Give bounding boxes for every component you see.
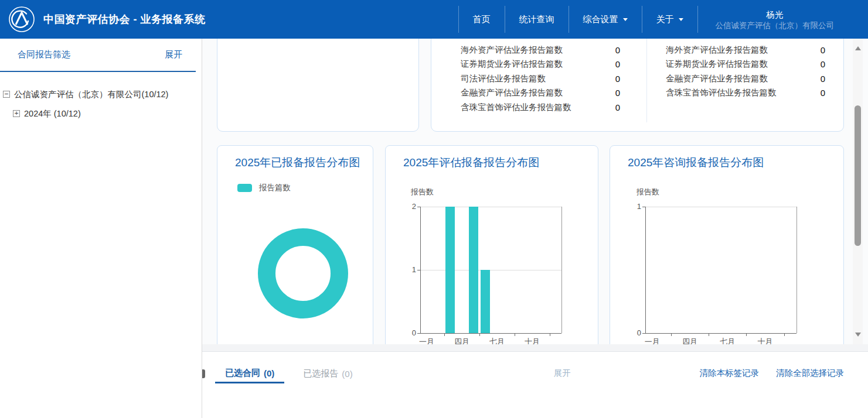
chart-card-consulting-reports: 2025年咨询报备报告分布图 报告数 01一月四月七月十月 bbox=[610, 145, 844, 344]
sidebar-filter-panel: 合同报告筛选 展开 −公信诚资产评估（北京）有限公司(10/12)+2024年 … bbox=[0, 39, 202, 418]
stats-value: 0 bbox=[615, 45, 620, 55]
sidebar-expand-link[interactable]: 展开 bbox=[165, 49, 182, 60]
x-tick-label: 一月 bbox=[413, 337, 441, 344]
nav-item-label: 统计查询 bbox=[519, 14, 554, 25]
x-tick-mark bbox=[444, 333, 445, 336]
bar-plot-appraisal: 012一月四月七月十月 bbox=[420, 207, 561, 334]
chart-title-registered: 2025年已报备报告分布图 bbox=[235, 155, 360, 170]
tab-count: (0) bbox=[342, 369, 352, 379]
plot-right-frame bbox=[796, 207, 797, 333]
stats-value: 0 bbox=[615, 74, 620, 84]
scroll-up-arrow-icon[interactable] bbox=[855, 46, 861, 50]
gridline bbox=[421, 207, 561, 207]
x-tick-mark bbox=[784, 333, 785, 336]
gridline bbox=[646, 207, 796, 207]
panel-drag-handle[interactable] bbox=[202, 369, 205, 378]
sidebar-header: 合同报告筛选 展开 bbox=[0, 39, 202, 60]
x-tick-mark bbox=[515, 333, 515, 336]
bar[interactable] bbox=[445, 207, 455, 333]
tree-collapse-icon[interactable]: − bbox=[3, 91, 10, 98]
tree-expand-icon[interactable]: + bbox=[13, 110, 20, 117]
x-tick-mark bbox=[550, 333, 550, 336]
nav-home[interactable]: 首页 bbox=[458, 6, 505, 33]
chevron-down-icon bbox=[679, 18, 683, 21]
header-nav: 首页统计查询综合设置关于 bbox=[458, 6, 697, 33]
nav-item-label: 首页 bbox=[473, 14, 491, 25]
x-tick-label: 七月 bbox=[713, 337, 741, 344]
chart-title-appraisal: 2025年评估报备报告分布图 bbox=[403, 155, 539, 170]
stats-row: 证券期货业务评估报告篇数0 bbox=[666, 57, 825, 72]
stats-label: 海外资产评估业务报告篇数 bbox=[461, 44, 563, 56]
stats-row: 海外资产评估业务报告篇数0 bbox=[666, 43, 825, 57]
stats-row: 金融资产评估业务报告篇数0 bbox=[461, 86, 620, 101]
stats-value: 0 bbox=[615, 59, 620, 69]
sidebar-title: 合同报告筛选 bbox=[18, 49, 70, 60]
clear-tab-records-link[interactable]: 清除本标签记录 bbox=[700, 368, 760, 379]
tab-count: (0) bbox=[264, 368, 274, 378]
clear-all-records-link[interactable]: 清除全部选择记录 bbox=[776, 368, 844, 379]
user-menu[interactable]: 杨光 公信诚资产评估（北京）有限公司 bbox=[697, 6, 868, 33]
panel-expand-link[interactable]: 展开 bbox=[554, 368, 571, 379]
vertical-scrollbar[interactable] bbox=[853, 39, 863, 344]
y-tick-label: 0 bbox=[627, 328, 641, 337]
x-tick-label: 四月 bbox=[676, 337, 704, 344]
stats-value: 0 bbox=[821, 45, 825, 55]
nav-item-label: 综合设置 bbox=[583, 14, 618, 25]
y-tick-label: 2 bbox=[402, 202, 416, 211]
y-tick-mark bbox=[642, 333, 646, 334]
stats-label: 司法评估业务报告篇数 bbox=[461, 73, 546, 84]
nav-about[interactable]: 关于 bbox=[642, 6, 697, 33]
y-tick-label: 0 bbox=[402, 328, 416, 337]
stats-value: 0 bbox=[821, 59, 825, 69]
tab-selected-contracts[interactable]: 已选合同(0) bbox=[215, 364, 284, 383]
tree-node-2024[interactable]: +2024年 (10/12) bbox=[0, 107, 202, 120]
bar-plot-consulting: 01一月四月七月十月 bbox=[645, 207, 796, 334]
stats-row: 证券期货业务评估报告篇数0 bbox=[461, 57, 620, 72]
tab-label: 已选报告 bbox=[303, 368, 338, 379]
stats-row: 司法评估业务报告篇数0 bbox=[461, 71, 620, 86]
app-window: 中国资产评估协会 - 业务报备系统 首页统计查询综合设置关于 杨光 公信诚资产评… bbox=[0, 0, 868, 418]
gridline bbox=[421, 270, 561, 270]
chart-card-appraisal-reports: 2025年评估报备报告分布图 报告数 012一月四月七月十月 bbox=[385, 145, 598, 344]
y-axis-label: 报告数 bbox=[411, 187, 434, 197]
tree-node-company[interactable]: −公信诚资产评估（北京）有限公司(10/12) bbox=[0, 88, 202, 101]
stats-row: 含珠宝首饰评估业务报告篇数0 bbox=[666, 86, 825, 101]
selection-panel: 已选合同(0)已选报告(0) 展开 清除本标签记录 清除全部选择记录 bbox=[202, 344, 868, 418]
y-tick-mark bbox=[417, 207, 421, 207]
stats-column-right: 海外资产评估业务报告篇数0证券期货业务评估报告篇数0金融资产评估业务报告篇数0含… bbox=[666, 43, 825, 100]
chart-card-registered-reports: 2025年已报备报告分布图 报告篇数 bbox=[217, 145, 373, 344]
legend-label: 报告篇数 bbox=[259, 183, 291, 193]
selection-panel-top-strip bbox=[202, 344, 868, 352]
x-tick-mark bbox=[671, 333, 672, 336]
stats-row: 含珠宝首饰评估业务报告篇数0 bbox=[461, 100, 620, 115]
x-tick-label: 七月 bbox=[483, 337, 511, 344]
donut-chart-ring[interactable] bbox=[258, 228, 348, 318]
scrollbar-thumb[interactable] bbox=[855, 105, 861, 246]
bar[interactable] bbox=[481, 270, 490, 333]
nav-settings[interactable]: 综合设置 bbox=[569, 6, 642, 33]
stats-value: 0 bbox=[615, 88, 620, 98]
x-tick-label: 十月 bbox=[751, 337, 779, 344]
stats-row: 海外资产评估业务报告篇数0 bbox=[461, 43, 620, 57]
tree-node-label: 公信诚资产评估（北京）有限公司(10/12) bbox=[14, 89, 168, 100]
dashboard-scroll-area: 海外资产评估业务报告篇数0证券期货业务评估报告篇数0司法评估业务报告篇数0金融资… bbox=[202, 39, 868, 344]
nav-statistics[interactable]: 统计查询 bbox=[505, 6, 569, 33]
cas-logo-icon bbox=[8, 6, 35, 33]
x-tick-mark bbox=[746, 333, 747, 336]
scroll-down-arrow-icon[interactable] bbox=[855, 333, 861, 337]
stats-column-left: 海外资产评估业务报告篇数0证券期货业务评估报告篇数0司法评估业务报告篇数0金融资… bbox=[461, 43, 620, 115]
bar[interactable] bbox=[469, 207, 478, 333]
stats-label: 证券期货业务评估报告篇数 bbox=[666, 59, 768, 70]
stats-label: 含珠宝首饰评估业务报告篇数 bbox=[461, 102, 571, 113]
tab-selected-reports[interactable]: 已选报告(0) bbox=[293, 364, 362, 383]
chart-legend[interactable]: 报告篇数 bbox=[237, 183, 291, 193]
selection-tabs: 已选合同(0)已选报告(0) bbox=[215, 364, 363, 383]
stats-label: 金融资产评估业务报告篇数 bbox=[461, 87, 563, 98]
legend-swatch bbox=[237, 184, 252, 192]
tab-label: 已选合同 bbox=[225, 368, 260, 379]
brand: 中国资产评估协会 - 业务报备系统 bbox=[0, 6, 206, 33]
user-company: 公信诚资产评估（北京）有限公司 bbox=[716, 20, 835, 31]
y-tick-label: 1 bbox=[402, 265, 416, 274]
stats-value: 0 bbox=[615, 102, 620, 112]
chevron-down-icon bbox=[623, 18, 628, 21]
